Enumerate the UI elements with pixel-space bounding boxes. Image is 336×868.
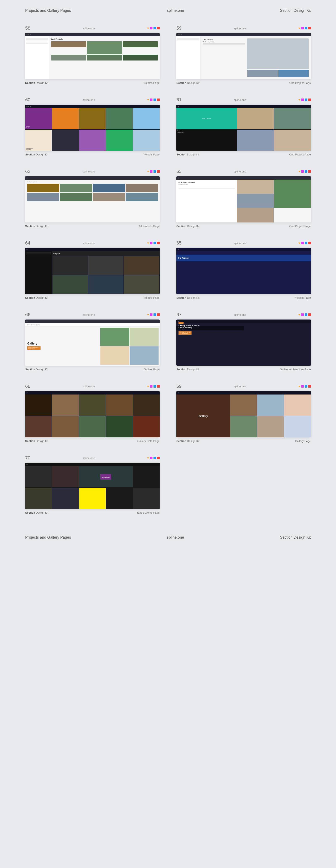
card-64-brand: spline.one <box>83 242 95 245</box>
overlay-67: Gallery Finding a New Travel inFocus Poi… <box>176 326 244 331</box>
tile <box>133 466 160 487</box>
imgs-59 <box>247 38 309 77</box>
card-62-preview: All Interior Exterior <box>25 176 160 222</box>
orange-btn-66: Gallery a New Frame inPaying Timing <box>27 346 40 350</box>
card-69-footer: Section Design Kit Gallery Page <box>176 439 311 443</box>
card-63-meta: 63 spline.one ♥ <box>176 169 311 174</box>
line <box>177 38 200 39</box>
card-68-brand: spline.one <box>83 385 95 388</box>
red-icon <box>157 27 160 29</box>
card-65-number: 65 <box>176 240 181 246</box>
label-left-59: Section Design Kit <box>176 81 200 85</box>
card-68-preview <box>25 391 160 437</box>
nav-item: Interior <box>29 181 33 183</box>
img <box>237 194 274 208</box>
red-icon <box>308 27 311 29</box>
tile-purple: The Works <box>79 466 133 487</box>
card-68-number: 68 <box>25 383 30 389</box>
purple-icon <box>301 98 304 101</box>
img <box>278 70 309 77</box>
dot <box>27 464 28 465</box>
teal-61: From & Design <box>176 108 237 129</box>
purple-icon <box>301 385 304 388</box>
tile <box>52 488 79 509</box>
tile: Section'sNo Too <box>25 108 52 129</box>
tile <box>133 108 160 129</box>
card-59-icons: ♥ <box>298 27 311 30</box>
label-right-59: One Project Page <box>289 81 311 85</box>
line <box>179 186 235 186</box>
img <box>87 55 122 61</box>
dot <box>178 321 179 322</box>
heart-icon: ♥ <box>147 98 149 101</box>
img <box>87 41 122 54</box>
purple-icon <box>150 457 152 459</box>
card-58-brand: spline.one <box>83 27 95 30</box>
dot <box>178 249 179 250</box>
img-row-59 <box>247 70 309 77</box>
img <box>88 256 123 275</box>
purple-icon <box>301 313 304 316</box>
card-70-brand: spline.one <box>83 457 95 460</box>
grid-62 <box>27 184 158 201</box>
label-left-64: Section Design Kit <box>25 296 48 299</box>
img <box>53 256 88 275</box>
mock-bar-59 <box>176 33 311 36</box>
img <box>237 208 274 222</box>
tile <box>25 395 52 416</box>
black-61: Architecture Explore More <box>176 129 237 151</box>
card-66-preview: Home Gallery Contact Gallery Gallery a N… <box>25 319 160 366</box>
img <box>237 108 274 129</box>
img <box>126 184 158 192</box>
img <box>129 328 158 346</box>
blue-icon <box>154 457 156 459</box>
card-61-footer: Section Design Kit One Project Page <box>176 153 311 156</box>
tile <box>25 488 52 509</box>
mock-66: Home Gallery Contact Gallery Gallery a N… <box>25 319 160 366</box>
mock-content-58: Last Projects <box>25 36 160 79</box>
dot <box>178 34 179 35</box>
dot <box>178 393 179 394</box>
footer-left: Projects and Gallery Pages <box>25 535 71 540</box>
tile <box>106 130 132 151</box>
dot <box>27 106 28 107</box>
tag-67: Gallery <box>179 322 184 324</box>
label-left-58: Section Design Kit <box>25 81 48 85</box>
line <box>203 43 245 44</box>
card-60: 60 spline.one ♥ Section' <box>25 97 160 156</box>
tile <box>133 130 160 151</box>
heart-icon: ♥ <box>147 456 149 460</box>
card-69: 69 spline.one ♥ Gallery <box>176 383 311 443</box>
line <box>26 43 48 44</box>
card-67-preview: Gallery Finding a New Travel inFocus Poi… <box>176 319 311 366</box>
card-63: 63 spline.one ♥ From France With Lo <box>176 169 311 228</box>
label-right-58: Projects Page <box>143 81 160 85</box>
mock-58: Last Projects <box>25 33 160 79</box>
nav-62: All Interior Exterior <box>27 181 158 183</box>
tile <box>79 416 105 437</box>
tile-yellow <box>79 488 105 509</box>
card-70-preview: The Works <box>25 463 160 509</box>
label-right-61: One Project Page <box>289 153 311 156</box>
card-58-footer: Section Design Kit Projects Page <box>25 81 160 85</box>
grid-64 <box>52 256 160 294</box>
card-66-number: 66 <box>25 312 30 317</box>
dot <box>28 34 29 35</box>
card-60-footer: Section Design Kit Projects Page <box>25 153 160 156</box>
tile <box>133 488 160 509</box>
mock-62: All Interior Exterior <box>25 176 160 222</box>
nav-item: All <box>27 181 28 183</box>
label-left-68: Section Design Kit <box>25 439 48 443</box>
sub-63: Architecture · Interior <box>179 184 235 185</box>
purple-icon <box>150 170 152 173</box>
footer-center: spline.one <box>167 535 184 540</box>
img <box>230 416 257 437</box>
page-wrapper: Projects and Gallery Pages spline.one Se… <box>0 0 336 548</box>
card-69-meta: 69 spline.one ♥ <box>176 383 311 389</box>
card-69-preview: Gallery <box>176 391 311 437</box>
mock-bar-61 <box>176 104 311 108</box>
card-63-preview: From France With Love Architecture · Int… <box>176 176 311 222</box>
card-62-number: 62 <box>25 169 30 174</box>
card-67-footer: Section Design Kit Gallery Architecture … <box>176 368 311 371</box>
card-68-icons: ♥ <box>147 384 160 388</box>
